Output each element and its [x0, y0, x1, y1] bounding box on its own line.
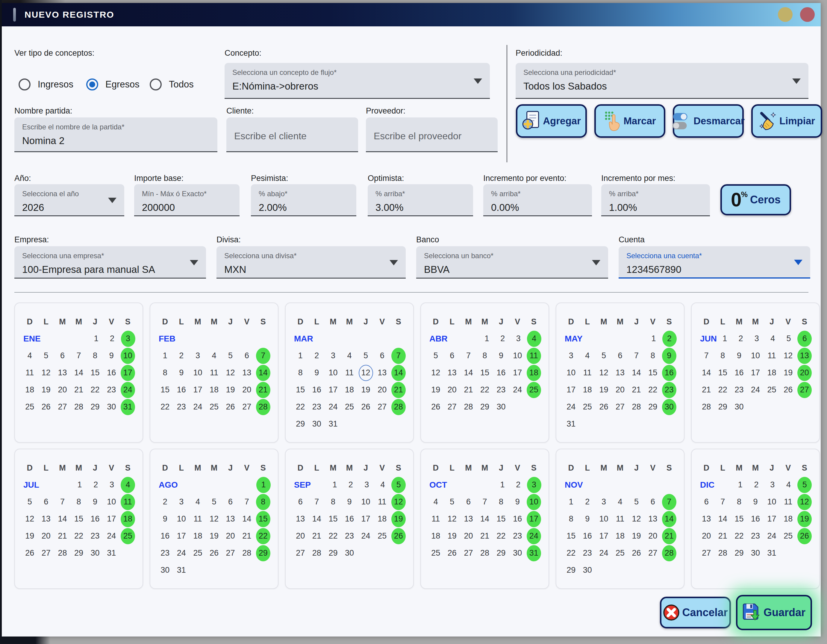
calendar-day[interactable]: 11	[22, 365, 37, 381]
calendar-day[interactable]: 9	[732, 348, 746, 364]
calendar-day[interactable]: 20	[613, 382, 627, 398]
calendar-day[interactable]: 11	[765, 348, 779, 364]
calendar-day[interactable]: 25	[190, 545, 205, 561]
divisa-select[interactable]: Selecciona una divisa* MXN	[217, 246, 406, 278]
calendar-day[interactable]: 25	[781, 528, 795, 544]
calendar-day[interactable]: 14	[629, 365, 644, 381]
calendar-day[interactable]: 19	[223, 382, 238, 398]
calendar-day[interactable]: 19	[207, 528, 221, 544]
calendar-day[interactable]: 20	[223, 528, 238, 544]
calendar-day[interactable]: 16	[158, 528, 172, 544]
calendar-day[interactable]: 22	[477, 382, 492, 398]
calendar-day[interactable]: 14	[240, 511, 254, 527]
calendar-day[interactable]: 15	[72, 511, 86, 527]
calendar-day[interactable]: 21	[461, 382, 476, 398]
calendar-day-marked[interactable]: 5	[391, 477, 406, 493]
calendar-day[interactable]: 26	[429, 399, 443, 415]
marcar-button[interactable]: Marcar	[595, 104, 665, 138]
calendar-day[interactable]: 30	[748, 545, 763, 561]
calendar-day[interactable]: 18	[190, 528, 205, 544]
calendar-day[interactable]: 15	[716, 365, 730, 381]
calendar-day[interactable]: 12	[781, 348, 795, 364]
calendar-day[interactable]: 4	[207, 348, 221, 364]
calendar-day[interactable]: 16	[494, 365, 509, 381]
calendar-day[interactable]: 17	[104, 511, 119, 527]
calendar-day[interactable]: 18	[781, 511, 795, 527]
calendar-day-marked[interactable]: 24	[527, 528, 541, 544]
calendar-day[interactable]: 28	[240, 545, 254, 561]
limpiar-button[interactable]: Limpiar	[751, 104, 822, 138]
calendar-day[interactable]: 15	[494, 511, 509, 527]
calendar-day[interactable]: 30	[88, 545, 102, 561]
calendar-day-marked[interactable]: 12	[391, 494, 406, 510]
calendar-day[interactable]: 4	[342, 348, 357, 364]
calendar-day[interactable]: 17	[359, 511, 373, 527]
calendar-day[interactable]: 29	[326, 545, 340, 561]
calendar-day-marked[interactable]: 7	[662, 494, 676, 510]
calendar-day[interactable]: 10	[510, 348, 524, 364]
calendar-day[interactable]: 29	[646, 399, 660, 415]
calendar-day[interactable]: 24	[765, 528, 779, 544]
calendar-day[interactable]: 2	[343, 477, 358, 493]
calendar-day[interactable]: 27	[613, 399, 627, 415]
calendar-day[interactable]: 8	[293, 365, 307, 381]
calendar-day[interactable]: 5	[629, 494, 644, 510]
calendar-day[interactable]: 22	[732, 528, 746, 544]
calendar-day[interactable]: 13	[699, 511, 713, 527]
calendar-day-marked[interactable]: 18	[527, 365, 541, 381]
calendar-day[interactable]: 4	[190, 494, 205, 510]
calendar-day[interactable]: 21	[699, 382, 713, 398]
calendar-day[interactable]: 20	[445, 382, 459, 398]
calendar-day-marked[interactable]: 18	[121, 511, 135, 527]
calendar-day[interactable]: 12	[22, 511, 37, 527]
calendar-day[interactable]: 27	[293, 545, 307, 561]
calendar-day[interactable]: 24	[596, 545, 611, 561]
calendar-day[interactable]: 23	[580, 545, 595, 561]
calendar-day[interactable]: 8	[732, 494, 746, 510]
calendar-day[interactable]: 10	[326, 365, 340, 381]
calendar-day[interactable]: 20	[461, 528, 476, 544]
calendar-day[interactable]: 24	[510, 382, 524, 398]
calendar-day-marked[interactable]: 26	[391, 528, 406, 544]
incremento-mes-input[interactable]: % arriba* 1.00%	[601, 184, 710, 216]
calendar-day[interactable]: 5	[22, 494, 37, 510]
calendar-day[interactable]: 25	[342, 399, 357, 415]
close-button[interactable]	[800, 7, 815, 22]
calendar-day[interactable]: 29	[88, 399, 102, 415]
calendar-day[interactable]: 11	[375, 494, 389, 510]
calendar-day-marked[interactable]: 13	[797, 348, 812, 364]
calendar-day[interactable]: 4	[22, 348, 37, 364]
calendar-day[interactable]: 19	[39, 382, 53, 398]
calendar-day[interactable]: 9	[342, 494, 357, 510]
calendar-day[interactable]: 2	[105, 331, 119, 347]
calendar-day[interactable]: 22	[326, 528, 340, 544]
calendar-day-marked[interactable]: 4	[527, 331, 541, 347]
calendar-day[interactable]: 2	[174, 348, 189, 364]
calendar-day[interactable]: 6	[461, 494, 476, 510]
calendar-day-marked[interactable]: 19	[391, 511, 406, 527]
calendar-day[interactable]: 2	[749, 477, 763, 493]
calendar-day[interactable]: 20	[293, 528, 307, 544]
calendar-day[interactable]: 20	[646, 528, 660, 544]
calendar-day[interactable]: 2	[158, 494, 172, 510]
nombre-partida-input[interactable]: Escribe el nombre de la partida* Nomina …	[14, 117, 217, 152]
calendar-day-marked[interactable]: 7	[256, 348, 270, 364]
calendar-day[interactable]: 1	[480, 331, 494, 347]
calendar-day[interactable]: 29	[732, 545, 746, 561]
calendar-day[interactable]: 2	[580, 494, 595, 510]
calendar-day-marked[interactable]: 6	[797, 331, 812, 347]
calendar-day[interactable]: 26	[22, 545, 37, 561]
empresa-select[interactable]: Selecciona una empresa* 100-Empresa para…	[14, 246, 206, 278]
calendar-day[interactable]: 13	[293, 511, 307, 527]
calendar-day[interactable]: 27	[461, 545, 476, 561]
calendar-day[interactable]: 5	[359, 348, 373, 364]
calendar-day[interactable]: 5	[782, 331, 796, 347]
calendar-day[interactable]: 21	[477, 528, 492, 544]
calendar-day[interactable]: 11	[580, 365, 595, 381]
calendar-day[interactable]: 5	[445, 494, 459, 510]
calendar-day[interactable]: 3	[326, 348, 340, 364]
calendar-day[interactable]: 10	[174, 511, 189, 527]
calendar-day[interactable]: 3	[596, 494, 611, 510]
calendar-day[interactable]: 19	[596, 382, 611, 398]
calendar-day[interactable]: 9	[104, 348, 119, 364]
